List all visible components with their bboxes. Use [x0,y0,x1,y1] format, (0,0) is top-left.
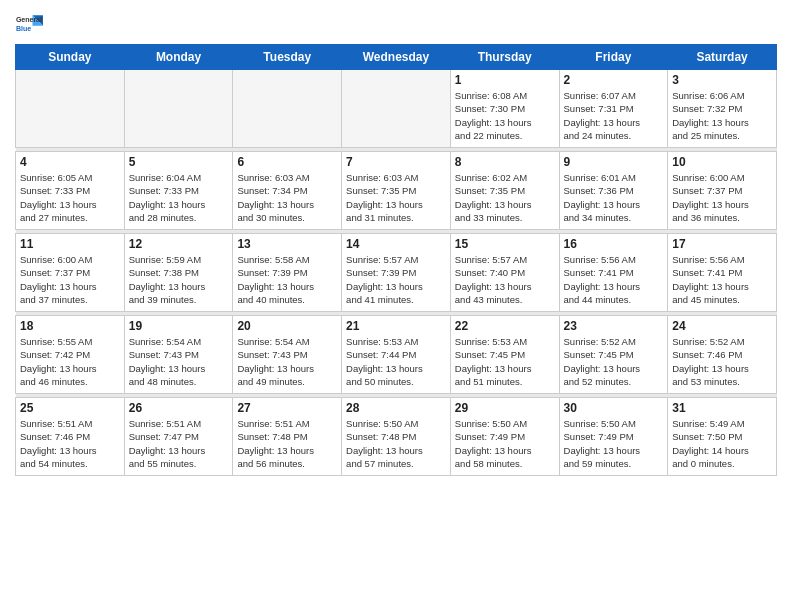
table-row: 18Sunrise: 5:55 AMSunset: 7:42 PMDayligh… [16,316,125,394]
logo: General Blue [15,10,43,38]
day-header-sunday: Sunday [16,45,125,70]
table-row: 27Sunrise: 5:51 AMSunset: 7:48 PMDayligh… [233,398,342,476]
day-number: 11 [20,237,120,251]
day-info: Sunrise: 5:53 AMSunset: 7:45 PMDaylight:… [455,335,555,388]
day-header-wednesday: Wednesday [342,45,451,70]
day-number: 27 [237,401,337,415]
table-row: 4Sunrise: 6:05 AMSunset: 7:33 PMDaylight… [16,152,125,230]
table-row: 12Sunrise: 5:59 AMSunset: 7:38 PMDayligh… [124,234,233,312]
table-row: 26Sunrise: 5:51 AMSunset: 7:47 PMDayligh… [124,398,233,476]
day-number: 12 [129,237,229,251]
day-info: Sunrise: 5:50 AMSunset: 7:49 PMDaylight:… [455,417,555,470]
day-info: Sunrise: 5:52 AMSunset: 7:46 PMDaylight:… [672,335,772,388]
day-info: Sunrise: 5:49 AMSunset: 7:50 PMDaylight:… [672,417,772,470]
day-number: 22 [455,319,555,333]
page-header: General Blue [15,10,777,38]
table-row: 10Sunrise: 6:00 AMSunset: 7:37 PMDayligh… [668,152,777,230]
day-info: Sunrise: 6:02 AMSunset: 7:35 PMDaylight:… [455,171,555,224]
table-row: 17Sunrise: 5:56 AMSunset: 7:41 PMDayligh… [668,234,777,312]
day-info: Sunrise: 6:06 AMSunset: 7:32 PMDaylight:… [672,89,772,142]
day-info: Sunrise: 5:55 AMSunset: 7:42 PMDaylight:… [20,335,120,388]
day-number: 5 [129,155,229,169]
day-header-tuesday: Tuesday [233,45,342,70]
table-row: 23Sunrise: 5:52 AMSunset: 7:45 PMDayligh… [559,316,668,394]
day-number: 14 [346,237,446,251]
table-row: 1Sunrise: 6:08 AMSunset: 7:30 PMDaylight… [450,70,559,148]
day-info: Sunrise: 6:00 AMSunset: 7:37 PMDaylight:… [672,171,772,224]
day-info: Sunrise: 6:04 AMSunset: 7:33 PMDaylight:… [129,171,229,224]
day-info: Sunrise: 5:54 AMSunset: 7:43 PMDaylight:… [129,335,229,388]
day-number: 6 [237,155,337,169]
day-info: Sunrise: 5:57 AMSunset: 7:40 PMDaylight:… [455,253,555,306]
table-row: 9Sunrise: 6:01 AMSunset: 7:36 PMDaylight… [559,152,668,230]
day-info: Sunrise: 5:50 AMSunset: 7:49 PMDaylight:… [564,417,664,470]
day-number: 18 [20,319,120,333]
day-number: 28 [346,401,446,415]
day-info: Sunrise: 5:53 AMSunset: 7:44 PMDaylight:… [346,335,446,388]
day-number: 24 [672,319,772,333]
day-info: Sunrise: 6:08 AMSunset: 7:30 PMDaylight:… [455,89,555,142]
day-header-saturday: Saturday [668,45,777,70]
day-info: Sunrise: 5:50 AMSunset: 7:48 PMDaylight:… [346,417,446,470]
day-number: 25 [20,401,120,415]
table-row: 16Sunrise: 5:56 AMSunset: 7:41 PMDayligh… [559,234,668,312]
table-row: 5Sunrise: 6:04 AMSunset: 7:33 PMDaylight… [124,152,233,230]
table-row: 8Sunrise: 6:02 AMSunset: 7:35 PMDaylight… [450,152,559,230]
day-info: Sunrise: 6:03 AMSunset: 7:34 PMDaylight:… [237,171,337,224]
day-number: 16 [564,237,664,251]
day-info: Sunrise: 5:52 AMSunset: 7:45 PMDaylight:… [564,335,664,388]
table-row [16,70,125,148]
day-number: 3 [672,73,772,87]
table-row [342,70,451,148]
table-row: 20Sunrise: 5:54 AMSunset: 7:43 PMDayligh… [233,316,342,394]
day-number: 10 [672,155,772,169]
calendar-header-row: SundayMondayTuesdayWednesdayThursdayFrid… [16,45,777,70]
table-row: 15Sunrise: 5:57 AMSunset: 7:40 PMDayligh… [450,234,559,312]
day-info: Sunrise: 5:51 AMSunset: 7:46 PMDaylight:… [20,417,120,470]
calendar-week-row: 25Sunrise: 5:51 AMSunset: 7:46 PMDayligh… [16,398,777,476]
table-row [124,70,233,148]
calendar-week-row: 11Sunrise: 6:00 AMSunset: 7:37 PMDayligh… [16,234,777,312]
table-row: 11Sunrise: 6:00 AMSunset: 7:37 PMDayligh… [16,234,125,312]
day-header-friday: Friday [559,45,668,70]
table-row: 14Sunrise: 5:57 AMSunset: 7:39 PMDayligh… [342,234,451,312]
day-info: Sunrise: 6:05 AMSunset: 7:33 PMDaylight:… [20,171,120,224]
day-info: Sunrise: 6:07 AMSunset: 7:31 PMDaylight:… [564,89,664,142]
table-row: 31Sunrise: 5:49 AMSunset: 7:50 PMDayligh… [668,398,777,476]
day-info: Sunrise: 5:51 AMSunset: 7:47 PMDaylight:… [129,417,229,470]
day-number: 1 [455,73,555,87]
day-number: 26 [129,401,229,415]
day-header-monday: Monday [124,45,233,70]
day-number: 21 [346,319,446,333]
day-number: 31 [672,401,772,415]
table-row: 21Sunrise: 5:53 AMSunset: 7:44 PMDayligh… [342,316,451,394]
day-info: Sunrise: 5:58 AMSunset: 7:39 PMDaylight:… [237,253,337,306]
day-number: 7 [346,155,446,169]
table-row: 2Sunrise: 6:07 AMSunset: 7:31 PMDaylight… [559,70,668,148]
day-info: Sunrise: 5:54 AMSunset: 7:43 PMDaylight:… [237,335,337,388]
day-number: 2 [564,73,664,87]
day-info: Sunrise: 5:56 AMSunset: 7:41 PMDaylight:… [564,253,664,306]
svg-text:General: General [16,16,42,23]
day-number: 29 [455,401,555,415]
logo-icon: General Blue [15,10,43,38]
day-info: Sunrise: 6:00 AMSunset: 7:37 PMDaylight:… [20,253,120,306]
day-header-thursday: Thursday [450,45,559,70]
table-row: 24Sunrise: 5:52 AMSunset: 7:46 PMDayligh… [668,316,777,394]
table-row: 28Sunrise: 5:50 AMSunset: 7:48 PMDayligh… [342,398,451,476]
day-info: Sunrise: 5:56 AMSunset: 7:41 PMDaylight:… [672,253,772,306]
table-row: 3Sunrise: 6:06 AMSunset: 7:32 PMDaylight… [668,70,777,148]
day-number: 15 [455,237,555,251]
calendar-week-row: 1Sunrise: 6:08 AMSunset: 7:30 PMDaylight… [16,70,777,148]
table-row: 7Sunrise: 6:03 AMSunset: 7:35 PMDaylight… [342,152,451,230]
table-row: 13Sunrise: 5:58 AMSunset: 7:39 PMDayligh… [233,234,342,312]
table-row: 22Sunrise: 5:53 AMSunset: 7:45 PMDayligh… [450,316,559,394]
day-number: 23 [564,319,664,333]
day-number: 17 [672,237,772,251]
day-number: 30 [564,401,664,415]
day-number: 20 [237,319,337,333]
calendar-table: SundayMondayTuesdayWednesdayThursdayFrid… [15,44,777,476]
day-info: Sunrise: 6:01 AMSunset: 7:36 PMDaylight:… [564,171,664,224]
calendar-week-row: 18Sunrise: 5:55 AMSunset: 7:42 PMDayligh… [16,316,777,394]
table-row: 6Sunrise: 6:03 AMSunset: 7:34 PMDaylight… [233,152,342,230]
